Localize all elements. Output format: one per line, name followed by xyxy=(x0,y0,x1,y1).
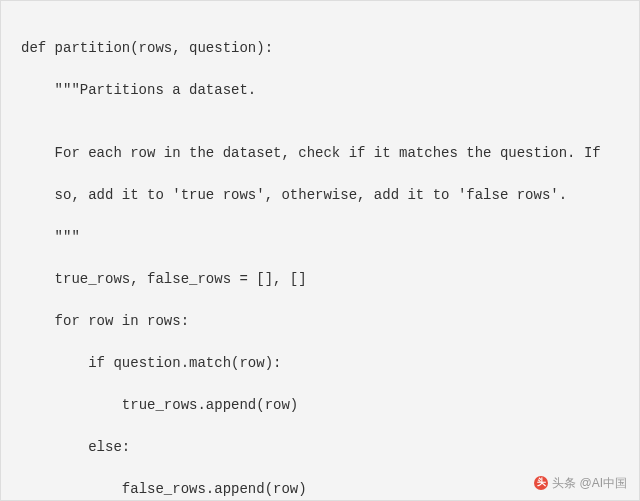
code-line: true_rows.append(row) xyxy=(21,395,619,416)
code-line: true_rows, false_rows = [], [] xyxy=(21,269,619,290)
code-line: if question.match(row): xyxy=(21,353,619,374)
code-line: so, add it to 'true rows', otherwise, ad… xyxy=(21,185,619,206)
toutiao-icon: 头 xyxy=(534,476,548,490)
code-line: for row in rows: xyxy=(21,311,619,332)
watermark-text: 头条 @AI中国 xyxy=(552,474,627,492)
watermark: 头 头条 @AI中国 xyxy=(534,474,627,492)
code-line: def partition(rows, question): xyxy=(21,38,619,59)
code-line: else: xyxy=(21,437,619,458)
code-block: def partition(rows, question): """Partit… xyxy=(1,1,639,501)
code-line: """Partitions a dataset. xyxy=(21,80,619,101)
code-line: For each row in the dataset, check if it… xyxy=(21,143,619,164)
code-line: """ xyxy=(21,227,619,248)
code-line: false_rows.append(row) xyxy=(21,479,619,500)
